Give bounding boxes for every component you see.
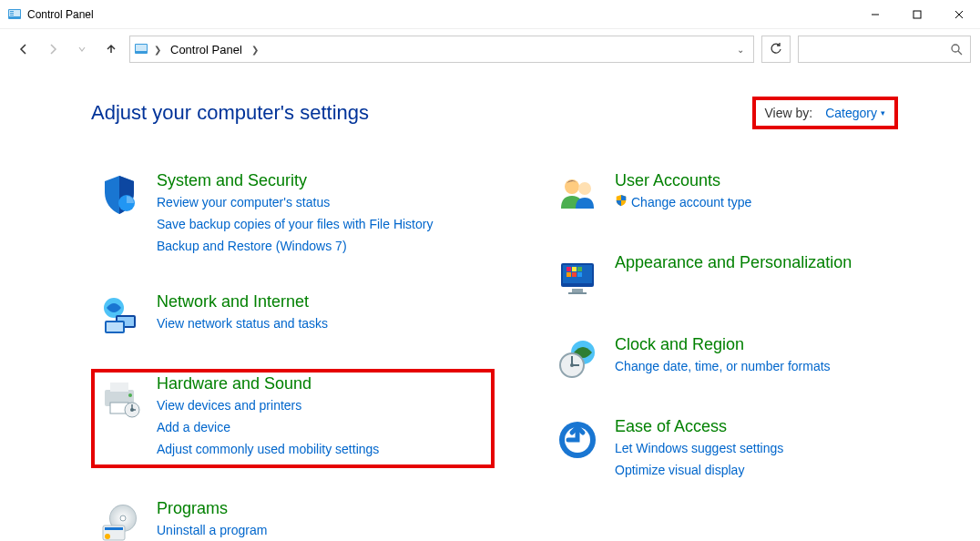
breadcrumb-separator[interactable]: ❯ [152, 45, 163, 55]
forward-button[interactable] [42, 38, 64, 60]
svg-rect-40 [572, 267, 577, 271]
navigation-bar: ❯ Control Panel ❯ ⌄ [0, 29, 980, 69]
svg-rect-43 [572, 272, 577, 277]
category-title[interactable]: User Accounts [615, 171, 751, 190]
categories-right-column: User Accounts Change account type Appear… [549, 166, 953, 541]
category-link[interactable]: Backup and Restore (Windows 7) [157, 237, 433, 256]
view-by-label: View by: [765, 106, 813, 120]
window-title: Control Panel [27, 8, 94, 21]
maximize-button[interactable] [896, 0, 938, 29]
content-area: Adjust your computer's settings View by:… [0, 69, 980, 541]
category-link[interactable]: Change date, time, or number formats [615, 357, 831, 376]
svg-rect-42 [567, 272, 571, 277]
category-hardware-sound: Hardware and Sound View devices and prin… [91, 369, 495, 468]
category-ease-of-access: Ease of Access Let Windows suggest setti… [549, 412, 953, 485]
svg-rect-20 [110, 383, 128, 392]
svg-line-12 [958, 51, 962, 55]
control-panel-icon [7, 7, 22, 22]
category-title[interactable]: Appearance and Personalization [615, 253, 852, 272]
shield-icon [97, 171, 142, 217]
minimize-button[interactable] [854, 0, 896, 29]
search-input[interactable] [798, 36, 971, 63]
up-button[interactable] [100, 38, 122, 60]
svg-point-11 [952, 45, 959, 52]
uac-shield-icon [615, 195, 628, 209]
view-by-selector[interactable]: View by: Category [752, 97, 898, 129]
category-title[interactable]: Network and Internet [157, 292, 328, 311]
close-button[interactable] [938, 0, 980, 29]
svg-rect-41 [577, 267, 582, 271]
svg-point-22 [128, 393, 132, 397]
category-appearance-personalization: Appearance and Personalization [549, 248, 953, 304]
svg-rect-3 [10, 13, 14, 14]
breadcrumb-current[interactable]: Control Panel [167, 41, 246, 58]
network-icon [97, 292, 142, 338]
category-link[interactable]: View devices and printers [157, 396, 379, 415]
category-title[interactable]: Programs [157, 499, 267, 518]
address-bar[interactable]: ❯ Control Panel ❯ ⌄ [129, 36, 754, 63]
category-clock-region: Clock and Region Change date, time, or n… [549, 330, 953, 386]
ease-of-access-icon [555, 417, 600, 463]
recent-locations-button[interactable] [71, 38, 93, 60]
page-heading: Adjust your computer's settings [91, 101, 369, 125]
svg-rect-4 [10, 15, 14, 15]
category-link[interactable]: Add a device [157, 418, 379, 437]
category-link[interactable]: Let Windows suggest settings [615, 439, 783, 458]
back-button[interactable] [13, 38, 35, 60]
svg-point-33 [565, 179, 579, 194]
category-link[interactable]: Change account type [615, 193, 751, 212]
address-history-dropdown[interactable]: ⌄ [731, 45, 750, 55]
svg-rect-37 [572, 289, 583, 292]
svg-point-49 [570, 363, 574, 367]
address-bar-icon [134, 42, 148, 56]
category-link[interactable]: View network status and tasks [157, 314, 328, 333]
category-title[interactable]: Hardware and Sound [157, 374, 379, 393]
clock-globe-icon [555, 335, 600, 381]
svg-point-29 [120, 515, 126, 521]
svg-rect-31 [105, 527, 123, 530]
category-system-security: System and Security Review your computer… [91, 166, 495, 261]
svg-rect-44 [577, 272, 582, 277]
category-network-internet: Network and Internet View network status… [91, 287, 495, 343]
title-bar: Control Panel [0, 0, 980, 29]
svg-rect-10 [136, 45, 147, 51]
svg-rect-6 [914, 11, 921, 18]
category-title[interactable]: Ease of Access [615, 417, 783, 436]
refresh-button[interactable] [761, 36, 791, 63]
breadcrumb-separator[interactable]: ❯ [250, 45, 260, 55]
svg-point-32 [105, 534, 110, 539]
svg-point-34 [578, 182, 591, 195]
svg-rect-18 [107, 322, 123, 332]
svg-rect-2 [10, 11, 14, 12]
category-link[interactable]: Review your computer's status [157, 193, 433, 212]
category-link[interactable]: Uninstall a program [157, 521, 267, 540]
category-link[interactable]: Optimize visual display [615, 461, 783, 480]
categories-left-column: System and Security Review your computer… [91, 166, 495, 541]
printer-icon [97, 374, 142, 420]
category-user-accounts: User Accounts Change account type [549, 166, 953, 222]
svg-rect-38 [568, 292, 587, 294]
category-link[interactable]: Save backup copies of your files with Fi… [157, 215, 433, 234]
category-title[interactable]: Clock and Region [615, 335, 831, 354]
category-link[interactable]: Adjust commonly used mobility settings [157, 440, 379, 459]
search-icon [950, 43, 963, 56]
disc-icon [97, 499, 142, 541]
monitor-appearance-icon [555, 253, 600, 299]
svg-rect-39 [567, 267, 571, 271]
category-programs: Programs Uninstall a program [91, 494, 495, 541]
users-icon [555, 171, 600, 217]
view-by-value[interactable]: Category [825, 106, 885, 120]
category-title[interactable]: System and Security [157, 171, 433, 190]
